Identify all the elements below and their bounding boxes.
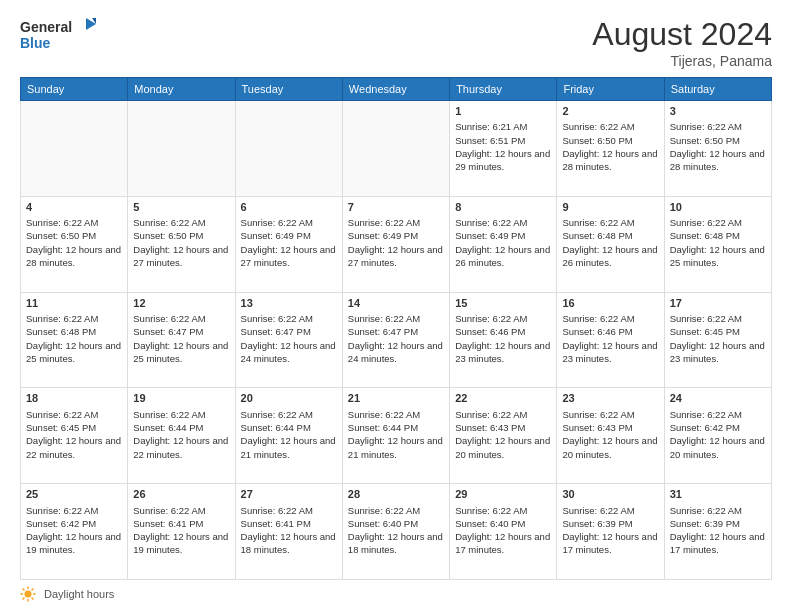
week-row-1: 1Sunrise: 6:21 AMSunset: 6:51 PMDaylight… [21, 101, 772, 197]
day-number: 31 [670, 487, 766, 502]
sun-icon [20, 586, 36, 602]
cell-info: Sunrise: 6:22 AMSunset: 6:42 PMDaylight:… [670, 409, 765, 460]
generalblue-logo: General Blue [20, 16, 100, 56]
week-row-3: 11Sunrise: 6:22 AMSunset: 6:48 PMDayligh… [21, 292, 772, 388]
cell-info: Sunrise: 6:22 AMSunset: 6:41 PMDaylight:… [241, 505, 336, 556]
svg-line-12 [23, 598, 25, 600]
calendar-cell-12: 12Sunrise: 6:22 AMSunset: 6:47 PMDayligh… [128, 292, 235, 388]
cell-info: Sunrise: 6:22 AMSunset: 6:47 PMDaylight:… [241, 313, 336, 364]
svg-text:General: General [20, 19, 72, 35]
day-number: 28 [348, 487, 444, 502]
calendar-header-row: SundayMondayTuesdayWednesdayThursdayFrid… [21, 78, 772, 101]
cell-info: Sunrise: 6:21 AMSunset: 6:51 PMDaylight:… [455, 121, 550, 172]
calendar-cell-23: 23Sunrise: 6:22 AMSunset: 6:43 PMDayligh… [557, 388, 664, 484]
day-number: 26 [133, 487, 229, 502]
day-number: 12 [133, 296, 229, 311]
cell-info: Sunrise: 6:22 AMSunset: 6:40 PMDaylight:… [455, 505, 550, 556]
cell-info: Sunrise: 6:22 AMSunset: 6:39 PMDaylight:… [670, 505, 765, 556]
page: General Blue August 2024 Tijeras, Panama… [0, 0, 792, 612]
cell-info: Sunrise: 6:22 AMSunset: 6:48 PMDaylight:… [26, 313, 121, 364]
logo: General Blue [20, 16, 100, 56]
col-header-sunday: Sunday [21, 78, 128, 101]
day-number: 8 [455, 200, 551, 215]
cell-info: Sunrise: 6:22 AMSunset: 6:48 PMDaylight:… [562, 217, 657, 268]
cell-info: Sunrise: 6:22 AMSunset: 6:44 PMDaylight:… [241, 409, 336, 460]
day-number: 24 [670, 391, 766, 406]
cell-info: Sunrise: 6:22 AMSunset: 6:48 PMDaylight:… [670, 217, 765, 268]
calendar-cell-empty [128, 101, 235, 197]
day-number: 17 [670, 296, 766, 311]
cell-info: Sunrise: 6:22 AMSunset: 6:47 PMDaylight:… [133, 313, 228, 364]
day-number: 23 [562, 391, 658, 406]
footer: Daylight hours [20, 586, 772, 602]
day-number: 6 [241, 200, 337, 215]
day-number: 22 [455, 391, 551, 406]
header: General Blue August 2024 Tijeras, Panama [20, 16, 772, 69]
calendar-cell-21: 21Sunrise: 6:22 AMSunset: 6:44 PMDayligh… [342, 388, 449, 484]
calendar-cell-empty [342, 101, 449, 197]
cell-info: Sunrise: 6:22 AMSunset: 6:49 PMDaylight:… [241, 217, 336, 268]
cell-info: Sunrise: 6:22 AMSunset: 6:47 PMDaylight:… [348, 313, 443, 364]
cell-info: Sunrise: 6:22 AMSunset: 6:44 PMDaylight:… [133, 409, 228, 460]
cell-info: Sunrise: 6:22 AMSunset: 6:50 PMDaylight:… [670, 121, 765, 172]
day-number: 14 [348, 296, 444, 311]
day-number: 4 [26, 200, 122, 215]
col-header-wednesday: Wednesday [342, 78, 449, 101]
day-number: 9 [562, 200, 658, 215]
calendar-cell-19: 19Sunrise: 6:22 AMSunset: 6:44 PMDayligh… [128, 388, 235, 484]
day-number: 21 [348, 391, 444, 406]
calendar-cell-empty [235, 101, 342, 197]
calendar-cell-2: 2Sunrise: 6:22 AMSunset: 6:50 PMDaylight… [557, 101, 664, 197]
col-header-monday: Monday [128, 78, 235, 101]
calendar-cell-3: 3Sunrise: 6:22 AMSunset: 6:50 PMDaylight… [664, 101, 771, 197]
calendar-cell-22: 22Sunrise: 6:22 AMSunset: 6:43 PMDayligh… [450, 388, 557, 484]
svg-text:Blue: Blue [20, 35, 51, 51]
cell-info: Sunrise: 6:22 AMSunset: 6:50 PMDaylight:… [562, 121, 657, 172]
day-number: 5 [133, 200, 229, 215]
calendar-cell-empty [21, 101, 128, 197]
calendar-cell-18: 18Sunrise: 6:22 AMSunset: 6:45 PMDayligh… [21, 388, 128, 484]
calendar-cell-26: 26Sunrise: 6:22 AMSunset: 6:41 PMDayligh… [128, 484, 235, 580]
calendar-cell-11: 11Sunrise: 6:22 AMSunset: 6:48 PMDayligh… [21, 292, 128, 388]
day-number: 2 [562, 104, 658, 119]
cell-info: Sunrise: 6:22 AMSunset: 6:49 PMDaylight:… [455, 217, 550, 268]
day-number: 25 [26, 487, 122, 502]
cell-info: Sunrise: 6:22 AMSunset: 6:43 PMDaylight:… [455, 409, 550, 460]
week-row-5: 25Sunrise: 6:22 AMSunset: 6:42 PMDayligh… [21, 484, 772, 580]
location: Tijeras, Panama [592, 53, 772, 69]
svg-line-9 [23, 589, 25, 591]
title-area: August 2024 Tijeras, Panama [592, 16, 772, 69]
col-header-thursday: Thursday [450, 78, 557, 101]
cell-info: Sunrise: 6:22 AMSunset: 6:49 PMDaylight:… [348, 217, 443, 268]
cell-info: Sunrise: 6:22 AMSunset: 6:45 PMDaylight:… [26, 409, 121, 460]
calendar-cell-29: 29Sunrise: 6:22 AMSunset: 6:40 PMDayligh… [450, 484, 557, 580]
cell-info: Sunrise: 6:22 AMSunset: 6:46 PMDaylight:… [562, 313, 657, 364]
cell-info: Sunrise: 6:22 AMSunset: 6:45 PMDaylight:… [670, 313, 765, 364]
cell-info: Sunrise: 6:22 AMSunset: 6:42 PMDaylight:… [26, 505, 121, 556]
cell-info: Sunrise: 6:22 AMSunset: 6:39 PMDaylight:… [562, 505, 657, 556]
col-header-saturday: Saturday [664, 78, 771, 101]
calendar-cell-15: 15Sunrise: 6:22 AMSunset: 6:46 PMDayligh… [450, 292, 557, 388]
day-number: 7 [348, 200, 444, 215]
calendar-cell-14: 14Sunrise: 6:22 AMSunset: 6:47 PMDayligh… [342, 292, 449, 388]
calendar-cell-7: 7Sunrise: 6:22 AMSunset: 6:49 PMDaylight… [342, 196, 449, 292]
calendar-cell-8: 8Sunrise: 6:22 AMSunset: 6:49 PMDaylight… [450, 196, 557, 292]
day-number: 15 [455, 296, 551, 311]
week-row-2: 4Sunrise: 6:22 AMSunset: 6:50 PMDaylight… [21, 196, 772, 292]
calendar-cell-31: 31Sunrise: 6:22 AMSunset: 6:39 PMDayligh… [664, 484, 771, 580]
day-number: 27 [241, 487, 337, 502]
calendar-table: SundayMondayTuesdayWednesdayThursdayFrid… [20, 77, 772, 580]
day-number: 11 [26, 296, 122, 311]
day-number: 13 [241, 296, 337, 311]
cell-info: Sunrise: 6:22 AMSunset: 6:46 PMDaylight:… [455, 313, 550, 364]
day-number: 18 [26, 391, 122, 406]
calendar-cell-20: 20Sunrise: 6:22 AMSunset: 6:44 PMDayligh… [235, 388, 342, 484]
footer-label: Daylight hours [44, 588, 114, 600]
calendar-cell-13: 13Sunrise: 6:22 AMSunset: 6:47 PMDayligh… [235, 292, 342, 388]
svg-point-4 [25, 591, 32, 598]
calendar-cell-4: 4Sunrise: 6:22 AMSunset: 6:50 PMDaylight… [21, 196, 128, 292]
calendar-cell-16: 16Sunrise: 6:22 AMSunset: 6:46 PMDayligh… [557, 292, 664, 388]
calendar-cell-1: 1Sunrise: 6:21 AMSunset: 6:51 PMDaylight… [450, 101, 557, 197]
day-number: 1 [455, 104, 551, 119]
calendar-cell-6: 6Sunrise: 6:22 AMSunset: 6:49 PMDaylight… [235, 196, 342, 292]
